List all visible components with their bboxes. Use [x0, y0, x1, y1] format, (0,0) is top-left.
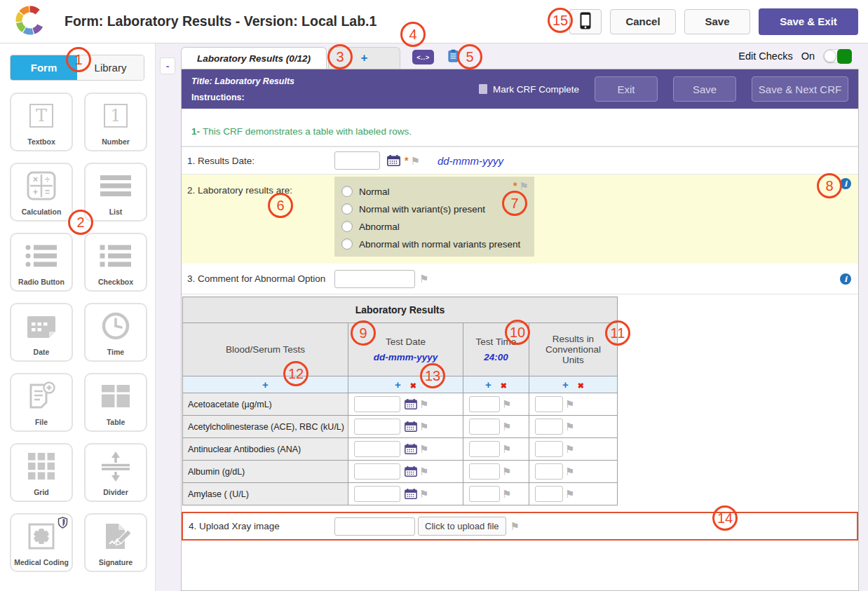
calendar-icon[interactable] — [405, 489, 417, 499]
flag-icon[interactable]: ⚑ — [502, 466, 511, 477]
radio-option-normal-variants[interactable]: Normal with variant(s) present — [341, 203, 527, 215]
mobile-preview-button[interactable] — [569, 9, 602, 34]
radio-icon[interactable] — [341, 221, 353, 232]
radio-option-abnormal[interactable]: Abnormal — [341, 221, 527, 232]
widget-table[interactable]: Table — [84, 373, 147, 432]
test-time-input[interactable] — [469, 441, 500, 457]
flag-icon[interactable]: ⚑ — [419, 443, 428, 455]
remove-column-icon[interactable]: ✖ — [578, 381, 584, 390]
widget-list[interactable]: List — [84, 163, 147, 222]
tab-form[interactable]: Form — [11, 55, 77, 80]
test-date-input[interactable] — [354, 419, 400, 435]
widget-time[interactable]: Time — [84, 303, 147, 362]
crf-exit-button[interactable]: Exit — [595, 76, 658, 102]
calendar-icon[interactable] — [405, 466, 417, 477]
clipboard-icon[interactable] — [448, 49, 459, 65]
add-column-icon[interactable]: + — [262, 379, 269, 390]
test-result-input[interactable] — [535, 419, 563, 435]
calendar-icon[interactable] — [405, 421, 417, 432]
radio-icon[interactable] — [341, 238, 353, 250]
cancel-button[interactable]: Cancel — [610, 9, 676, 34]
field-upload-xray[interactable]: 4. Upload Xray image Click to upload fil… — [182, 512, 858, 541]
test-time-input[interactable] — [469, 463, 500, 480]
widget-label: File — [35, 418, 48, 426]
widget-grid-item[interactable]: Grid — [10, 443, 73, 502]
comment-input[interactable] — [334, 270, 415, 288]
flag-icon[interactable]: ⚑ — [502, 398, 511, 410]
test-result-input[interactable] — [535, 441, 563, 457]
widget-radio-button[interactable]: Radio Button — [10, 233, 73, 292]
crf-title: Title: Laboratory Results — [191, 76, 294, 86]
add-column-icon[interactable]: + — [485, 379, 491, 390]
test-time-input[interactable] — [469, 486, 500, 502]
test-time-input[interactable] — [469, 419, 500, 435]
radio-option-abnormal-variants[interactable]: Abnormal with normal variants present — [341, 238, 527, 250]
tab-library[interactable]: Library — [77, 55, 144, 80]
add-section-tab[interactable]: + — [328, 47, 400, 69]
radio-icon[interactable] — [341, 203, 353, 215]
save-button[interactable]: Save — [684, 9, 750, 34]
test-date-input[interactable] — [354, 486, 400, 502]
upload-filename-input[interactable] — [334, 517, 415, 536]
flag-icon[interactable]: ⚑ — [419, 398, 428, 410]
mark-crf-checkbox[interactable] — [479, 84, 487, 94]
add-column-icon[interactable]: + — [562, 379, 569, 390]
widget-divider[interactable]: Divider — [84, 443, 147, 502]
tab-laboratory-results[interactable]: Laboratory Results (0/12) — [181, 47, 327, 69]
results-date-input[interactable] — [334, 151, 380, 170]
code-view-icon[interactable]: <..> — [412, 50, 434, 64]
number-icon: 1 — [104, 94, 128, 137]
edit-checks-toggle[interactable] — [823, 49, 851, 63]
flag-icon[interactable]: ⚑ — [419, 488, 428, 500]
widget-calculation[interactable]: ×÷+= Calculation — [10, 163, 73, 222]
flag-icon[interactable]: ⚑ — [565, 466, 574, 477]
test-date-input[interactable] — [354, 441, 400, 457]
remove-column-icon[interactable]: ✖ — [410, 381, 416, 390]
flag-icon[interactable]: ⚑ — [502, 443, 511, 455]
calendar-icon[interactable] — [405, 444, 417, 454]
widget-medical-coding[interactable]: Medical Coding — [10, 513, 73, 572]
test-result-input[interactable] — [535, 396, 563, 412]
save-exit-button[interactable]: Save & Exit — [759, 8, 858, 35]
widget-signature[interactable]: Signature — [84, 513, 147, 572]
add-column-icon[interactable]: + — [395, 379, 401, 390]
flag-icon[interactable]: ⚑ — [520, 181, 529, 191]
info-icon[interactable]: i — [840, 178, 851, 189]
test-date-input[interactable] — [354, 396, 400, 412]
widget-file[interactable]: File — [10, 373, 73, 432]
flag-icon[interactable]: ⚑ — [410, 156, 419, 166]
widget-number[interactable]: 1 Number — [84, 93, 147, 151]
field-results-date: 1. Results Date: * ⚑ dd-mmm-yyyy — [182, 147, 858, 175]
flag-icon[interactable]: ⚑ — [502, 488, 511, 500]
flag-icon[interactable]: ⚑ — [419, 273, 428, 284]
flag-icon[interactable]: ⚑ — [565, 488, 574, 500]
toggle-knob — [824, 50, 836, 62]
flag-icon[interactable]: ⚑ — [565, 443, 574, 455]
info-icon[interactable]: i — [840, 273, 851, 285]
calendar-icon[interactable] — [405, 399, 417, 409]
mark-crf-complete[interactable]: Mark CRF Complete — [479, 84, 579, 95]
column-header-tests: Blood/Serum Tests — [183, 323, 348, 376]
upload-file-button[interactable]: Click to upload file — [418, 517, 506, 536]
test-date-input[interactable] — [354, 463, 400, 480]
radio-option-normal[interactable]: Normal — [341, 186, 527, 197]
test-result-input[interactable] — [535, 463, 563, 480]
flag-icon[interactable]: ⚑ — [510, 521, 520, 531]
radio-icon[interactable] — [341, 186, 353, 197]
sidebar-collapse-button[interactable]: - — [160, 57, 175, 74]
calendar-icon[interactable] — [387, 155, 400, 166]
flag-icon[interactable]: ⚑ — [565, 421, 574, 433]
test-name-cell: Albumin (g/dL) — [183, 461, 348, 483]
crf-save-button[interactable]: Save — [673, 76, 736, 102]
flag-icon[interactable]: ⚑ — [502, 421, 511, 433]
flag-icon[interactable]: ⚑ — [419, 466, 428, 477]
widget-textbox[interactable]: T Textbox — [10, 93, 73, 151]
flag-icon[interactable]: ⚑ — [419, 421, 428, 433]
remove-column-icon[interactable]: ✖ — [501, 381, 507, 390]
widget-checkbox[interactable]: Checkbox — [84, 233, 147, 292]
flag-icon[interactable]: ⚑ — [565, 398, 574, 410]
crf-save-next-button[interactable]: Save & Next CRF — [752, 76, 848, 102]
widget-date[interactable]: Date — [10, 303, 73, 362]
test-result-input[interactable] — [535, 486, 563, 502]
test-time-input[interactable] — [469, 396, 500, 412]
